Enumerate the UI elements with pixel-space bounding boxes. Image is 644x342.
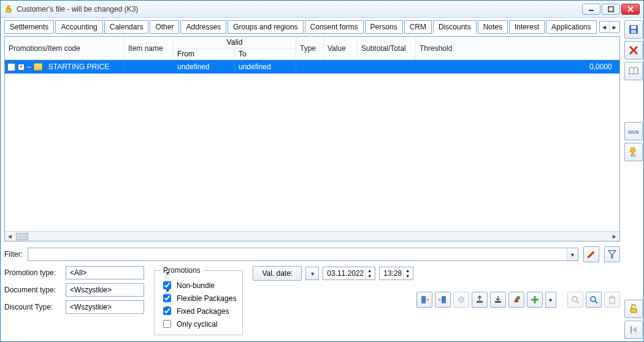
app-icon <box>4 5 13 13</box>
col-type[interactable]: Type <box>296 37 324 59</box>
download-button[interactable] <box>490 292 506 308</box>
zoom-button <box>567 292 583 308</box>
tab-scroll-left[interactable]: ◄ <box>600 21 610 32</box>
date-down-icon[interactable]: ▼ <box>365 273 374 279</box>
tab-other[interactable]: Other <box>150 20 179 34</box>
chevron-down-icon[interactable]: ▾ <box>306 267 318 279</box>
table-row[interactable]: + – STARTING PRICE undefined undefined 0… <box>5 60 619 74</box>
add-dropdown[interactable]: ▾ <box>545 292 556 308</box>
tab-bar: Settlements Accounting Calendars Other A… <box>4 20 620 34</box>
filter-input[interactable] <box>28 248 567 260</box>
only-cyclical-checkbox[interactable]: Only cyclical <box>161 318 236 330</box>
svg-point-12 <box>516 296 520 300</box>
col-valid-to[interactable]: To <box>235 48 296 59</box>
tab-crm[interactable]: CRM <box>404 20 432 34</box>
col-valid[interactable]: Valid From To <box>174 37 296 59</box>
filter-edit-button[interactable] <box>583 246 599 262</box>
cancel-button[interactable] <box>624 41 643 59</box>
tab-settlements[interactable]: Settlements <box>4 20 54 34</box>
save-button[interactable] <box>624 20 643 39</box>
book-button[interactable] <box>624 62 643 80</box>
promotion-type-label: Promotion type: <box>4 268 61 277</box>
val-date-dropdown[interactable]: ▾ <box>305 267 319 280</box>
tab-applications[interactable]: Applications <box>546 20 597 34</box>
lock-button[interactable] <box>624 300 643 318</box>
folder-icon <box>34 63 42 70</box>
gus-button[interactable]: GUS <box>624 122 643 140</box>
fixed-packages-checkbox[interactable]: Fixed Packages <box>161 305 236 317</box>
discount-type-label: Discount Type: <box>4 303 61 311</box>
promotion-type-value <box>66 267 166 279</box>
svg-line-18 <box>595 301 597 303</box>
filter-label: Filter: <box>4 250 23 259</box>
tab-persons[interactable]: Persons <box>365 20 403 34</box>
tab-discounts[interactable]: Discounts <box>433 20 477 34</box>
svg-rect-24 <box>631 30 636 33</box>
time-up-icon[interactable]: ▲ <box>403 268 412 273</box>
import-button[interactable] <box>435 292 451 308</box>
next-record-button <box>624 321 643 339</box>
svg-point-15 <box>572 297 577 302</box>
svg-rect-7 <box>442 296 446 303</box>
non-bundle-checkbox[interactable]: Non-bundle <box>161 279 236 291</box>
scroll-left-icon[interactable]: ◄ <box>5 233 15 240</box>
row-checkbox[interactable] <box>7 63 15 71</box>
tab-scroll-right[interactable]: ► <box>610 21 619 32</box>
svg-text:GUS: GUS <box>628 129 639 135</box>
chevron-down-icon[interactable]: ▾ <box>567 248 578 260</box>
type-selectors: Promotion type: ▾ Document type: ▾ <box>4 266 144 314</box>
val-date-row: Val. date: ▾ 03.11.2022 ▲ ▼ 13: <box>253 266 619 281</box>
flexible-packages-checkbox[interactable]: Flexible Packages <box>161 292 236 304</box>
col-subtotal[interactable]: Subtotal/Total <box>358 37 416 59</box>
tab-groups-regions[interactable]: Groups and regions <box>228 20 303 34</box>
val-date-input[interactable]: 03.11.2022 ▲ ▼ <box>323 267 375 280</box>
tab-accounting[interactable]: Accounting <box>55 20 102 34</box>
scroll-right-icon[interactable]: ► <box>610 233 619 240</box>
date-up-icon[interactable]: ▲ <box>365 268 374 273</box>
svg-point-17 <box>591 297 596 302</box>
window-title: Customer's file - will be changed (K3) <box>17 5 578 13</box>
svg-rect-19 <box>610 298 615 303</box>
maximize-button[interactable] <box>602 4 620 15</box>
time-down-icon[interactable]: ▼ <box>403 273 412 279</box>
action-toolbar: ▾ <box>253 292 619 308</box>
row-threshold: 0,0000 <box>416 63 619 71</box>
add-button[interactable] <box>527 292 543 308</box>
filter-combo[interactable]: ▾ <box>28 248 578 261</box>
close-button[interactable] <box>621 4 640 15</box>
svg-rect-23 <box>631 26 636 29</box>
tab-interest[interactable]: Interest <box>509 20 545 34</box>
document-type-value <box>66 284 166 296</box>
col-promotions[interactable]: Promotions/Item code <box>5 37 125 59</box>
horizontal-scrollbar[interactable]: ◄ ► <box>5 231 619 241</box>
titlebar: Customer's file - will be changed (K3) <box>1 1 643 18</box>
grid-header: Promotions/Item code Item name Valid Fro… <box>5 37 619 60</box>
tab-addresses[interactable]: Addresses <box>180 20 226 34</box>
val-time-input[interactable]: 13:28 ▲ ▼ <box>379 267 413 280</box>
promotion-type-select[interactable]: ▾ <box>66 266 144 279</box>
document-type-select[interactable]: ▾ <box>66 283 144 297</box>
tab-scroll: ◄ ► <box>599 21 620 33</box>
svg-rect-0 <box>7 6 10 9</box>
delete-button <box>604 292 620 308</box>
clear-button[interactable] <box>508 292 524 308</box>
tab-notes[interactable]: Notes <box>478 20 508 34</box>
val-date-button[interactable]: Val. date: <box>253 266 302 281</box>
minimize-button[interactable] <box>582 4 600 15</box>
col-item-name[interactable]: Item name <box>125 37 174 59</box>
col-threshold[interactable]: Threshold <box>416 37 619 59</box>
discount-type-select[interactable]: ▾ <box>66 300 144 314</box>
vat-button[interactable]: VAT <box>624 143 643 161</box>
col-value[interactable]: Value <box>324 37 358 59</box>
export-button[interactable] <box>416 292 432 308</box>
upload-button[interactable] <box>472 292 488 308</box>
chevron-down-icon[interactable]: ▾ <box>546 292 556 307</box>
expand-icon[interactable]: + <box>18 64 25 70</box>
tab-calendars[interactable]: Calendars <box>104 20 149 34</box>
promotions-legend: Promotions <box>161 266 203 275</box>
col-valid-from[interactable]: From <box>174 48 235 59</box>
preview-button[interactable] <box>586 292 602 308</box>
svg-rect-1 <box>6 9 11 12</box>
filter-settings-button[interactable] <box>604 246 620 262</box>
tab-consent-forms[interactable]: Consent forms <box>305 20 364 34</box>
